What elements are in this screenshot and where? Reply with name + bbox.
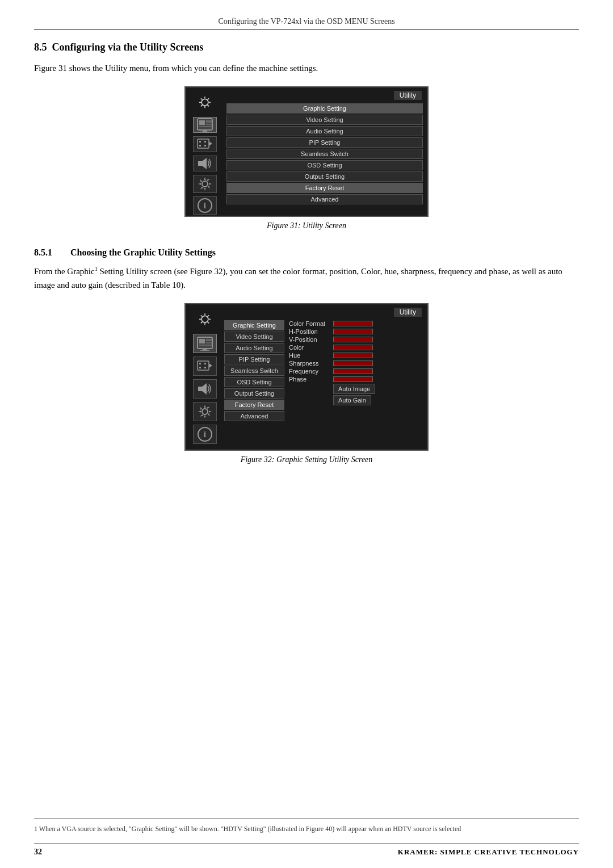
param-label-hue: Hue	[288, 352, 333, 359]
section-title: Configuring via the Utility Screens	[52, 41, 204, 53]
subsection-title: Choosing the Graphic Utility Settings	[70, 248, 216, 257]
header-text: Configuring the VP-724xl via the OSD MEN…	[218, 17, 394, 26]
osd-icon-picture	[193, 117, 217, 133]
osd-icon-audio	[193, 156, 217, 171]
svg-line-33	[208, 322, 209, 324]
svg-point-0	[201, 99, 208, 106]
footnote-number: 1	[34, 825, 37, 833]
page-number: 32	[34, 848, 42, 857]
svg-rect-42	[200, 350, 209, 351]
svg-rect-39	[206, 342, 212, 343]
menu-item-8[interactable]: Advanced	[226, 194, 423, 204]
menu-item-7[interactable]: Factory Reset	[226, 183, 423, 193]
svg-rect-47	[204, 363, 206, 364]
svg-text:i: i	[204, 430, 206, 439]
subsection-851: 8.5.1 Choosing the Graphic Utility Setti…	[34, 248, 579, 292]
svg-marker-44	[209, 363, 212, 368]
section-number: 8.5	[34, 41, 47, 53]
osd-icon-info-2: i	[193, 425, 217, 444]
param-label-h-position: H-Position	[288, 328, 333, 335]
param-color: Color	[288, 344, 423, 351]
param-label-color: Color	[288, 344, 333, 351]
osd-title-1: Utility	[394, 91, 422, 100]
brand-text: KRAMER: SIMPLE CREATIVE TECHNOLOGY	[398, 848, 579, 857]
menu-item-0[interactable]: Graphic Setting	[226, 103, 423, 114]
param-v-position: V-Position	[288, 336, 423, 343]
svg-rect-21	[204, 145, 206, 146]
subsection-body: From the Graphic1 Setting Utility screen…	[34, 265, 579, 292]
menu2-item-3[interactable]: PIP Setting	[224, 354, 284, 364]
param-bar-color-format	[333, 321, 373, 326]
menu2-item-4[interactable]: Seamless Switch	[224, 366, 284, 376]
menu2-item-6[interactable]: Output Setting	[224, 388, 284, 399]
osd-params-panel: Color Format H-Position V-Position Color	[287, 304, 427, 450]
param-label-phase: Phase	[288, 376, 333, 383]
svg-rect-40	[199, 345, 212, 346]
menu-item-3[interactable]: PIP Setting	[226, 137, 423, 148]
svg-line-7	[208, 98, 209, 100]
param-label-color-format: Color Format	[288, 320, 333, 327]
auto-image-button[interactable]: Auto Image	[333, 384, 375, 394]
osd-left-icons-2: i	[186, 304, 224, 450]
svg-rect-18	[199, 141, 201, 142]
param-bar-hue	[333, 353, 373, 358]
svg-line-32	[201, 315, 203, 317]
menu2-item-7[interactable]: Factory Reset	[224, 400, 284, 410]
osd-icon-video-2	[193, 357, 217, 376]
param-color-format: Color Format	[288, 320, 423, 327]
menu2-item-8[interactable]: Advanced	[224, 411, 284, 421]
footnote-content: When a VGA source is selected, "Graphic …	[39, 825, 461, 833]
figure-32-caption: Figure 32: Graphic Setting Utility Scree…	[241, 455, 373, 464]
menu-item-6[interactable]: Output Setting	[226, 171, 423, 182]
svg-rect-48	[204, 367, 206, 368]
menu2-item-1[interactable]: Video Setting	[224, 332, 284, 342]
param-label-sharpness: Sharpness	[288, 360, 333, 367]
figure-32-container: i Utility Graphic Setting Video Setting …	[34, 303, 579, 476]
auto-gain-button[interactable]: Auto Gain	[333, 395, 371, 405]
param-auto-gain: Auto Gain	[288, 395, 423, 405]
svg-rect-10	[199, 120, 205, 125]
osd-icon-video	[193, 136, 217, 152]
param-auto-image: Auto Image	[288, 384, 423, 394]
svg-text:i: i	[204, 202, 206, 210]
param-bar-phase	[333, 376, 373, 382]
osd-icon-gear	[193, 175, 217, 193]
page-header: Configuring the VP-724xl via the OSD MEN…	[34, 17, 579, 30]
subsection-number: 8.5.1	[34, 248, 52, 257]
osd-screen-1: i Utility Graphic Setting Video Setting …	[184, 86, 429, 217]
svg-rect-49	[198, 387, 202, 391]
figure-31-container: i Utility Graphic Setting Video Setting …	[34, 86, 579, 242]
svg-marker-17	[209, 141, 212, 146]
section-heading: 8.5 Configuring via the Utility Screens	[34, 41, 579, 53]
osd-title-2: Utility	[394, 308, 422, 317]
svg-rect-19	[199, 145, 201, 146]
section-intro: Figure 31 shows the Utility menu, from w…	[34, 61, 579, 75]
svg-rect-13	[199, 126, 212, 127]
svg-point-24	[202, 181, 208, 187]
menu-item-5[interactable]: OSD Setting	[226, 160, 423, 170]
brightness-icon-2	[186, 310, 224, 330]
subsection-heading: 8.5.1 Choosing the Graphic Utility Setti…	[34, 248, 579, 258]
menu-item-4[interactable]: Seamless Switch	[226, 149, 423, 159]
svg-point-51	[202, 409, 208, 414]
svg-line-5	[201, 98, 203, 100]
osd-icon-gear-2	[193, 402, 217, 421]
param-h-position: H-Position	[288, 328, 423, 335]
param-bar-frequency	[333, 368, 373, 374]
menu2-item-5[interactable]: OSD Setting	[224, 377, 284, 387]
svg-marker-50	[202, 383, 207, 395]
menu2-item-0[interactable]: Graphic Setting	[224, 320, 284, 330]
menu2-item-2[interactable]: Audio Setting	[224, 343, 284, 353]
svg-rect-45	[199, 363, 201, 364]
param-hue: Hue	[288, 352, 423, 359]
footnote-area: 1 When a VGA source is selected, "Graphi…	[34, 819, 579, 834]
param-bar-h-position	[333, 329, 373, 334]
menu-item-1[interactable]: Video Setting	[226, 115, 423, 125]
svg-rect-41	[203, 349, 207, 350]
svg-rect-43	[198, 361, 209, 370]
param-bar-v-position	[333, 337, 373, 342]
osd-icon-info: i	[193, 196, 217, 215]
svg-rect-16	[198, 139, 209, 148]
menu-item-2[interactable]: Audio Setting	[226, 126, 423, 136]
svg-rect-11	[206, 120, 212, 123]
